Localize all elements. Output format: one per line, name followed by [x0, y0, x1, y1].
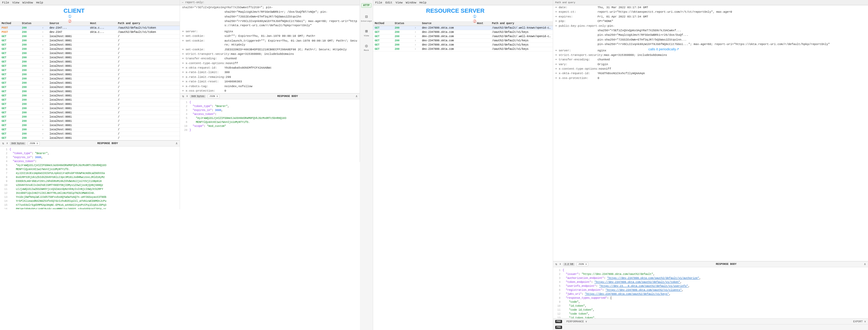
- path-cell: /: [117, 47, 180, 51]
- header-server: + server: nginx: [180, 29, 360, 34]
- table-row[interactable]: GET 200 ↑ dev-2347899.okta.com /oauth2/d…: [373, 34, 553, 39]
- middle-download-icon[interactable]: ⬇: [186, 94, 188, 98]
- menu-help-r[interactable]: Help: [420, 1, 426, 4]
- menu-help[interactable]: Help: [36, 1, 43, 4]
- table-row[interactable]: GET200↑localhost:8081/: [0, 68, 180, 72]
- table-row[interactable]: GET200↑localhost:8081/: [0, 111, 180, 115]
- menu-window-r[interactable]: Window: [406, 1, 416, 4]
- path-cell: /oauth2/default/v1/keys: [490, 39, 553, 43]
- menu-view[interactable]: View: [12, 1, 19, 4]
- table-row[interactable]: GET200↑localhost:8081/: [0, 132, 180, 136]
- table-row[interactable]: GET200↑localhost:8081/: [0, 85, 180, 90]
- table-row[interactable]: GET200↑localhost:8081/: [0, 94, 180, 98]
- table-row[interactable]: GET200↑localhost:8081/: [0, 39, 180, 43]
- mock-icon: ◎: [365, 43, 368, 49]
- menu-file-r[interactable]: File: [375, 1, 382, 4]
- source-cell: localhost:8081: [48, 64, 88, 68]
- middle-expand-icon[interactable]: ⇅: [182, 94, 184, 98]
- table-row[interactable]: GET200↑localhost:8081/: [0, 64, 180, 68]
- table-row[interactable]: GET 200 ↑ dev-2347899.okta.com /oauth2/d…: [373, 30, 553, 34]
- method-cell: GET: [0, 111, 20, 115]
- detail-pkpr-val4: pin-sha256="rrV6CLCCvqnk89yWibYT8JG6fNQ8…: [553, 42, 868, 47]
- resource-download-icon[interactable]: ⬇: [559, 262, 561, 266]
- table-row[interactable]: GET200↑localhost:8081/: [0, 81, 180, 85]
- expand-icon[interactable]: ⇅: [2, 142, 4, 145]
- method-cell: GET: [0, 94, 20, 98]
- table-row[interactable]: GET200↑localhost:8081/: [0, 128, 180, 132]
- detail-xori-r: + x-okta-request-id: YKUdTkBsoN1CkxhcfIl…: [553, 71, 868, 76]
- col-host: Host: [88, 21, 116, 26]
- detail-date: + date: Thu, 31 Mar 2022 03:17:34 GMT: [553, 5, 868, 10]
- resource-response-body-label: RESPONSE BODY: [716, 263, 737, 266]
- resource-format-selector[interactable]: JSON ∨: [577, 262, 588, 266]
- col-source-arrow: [40, 21, 48, 26]
- arrow-cell: ↑: [40, 98, 48, 102]
- col-status: Status: [20, 21, 41, 26]
- resource-response-size: 2.2 kB: [563, 263, 574, 266]
- table-row[interactable]: GET200↑localhost:8081/: [0, 60, 180, 64]
- method-cell: GET: [0, 51, 20, 56]
- collapse-icon[interactable]: ∧: [176, 142, 178, 145]
- table-row[interactable]: GET200↑localhost:8081/: [0, 119, 180, 123]
- arrow-cell: ↑: [413, 47, 420, 51]
- detail-expires: + expires: Fri, 01 Apr 2022 03:17:34 GMT: [553, 14, 868, 19]
- left-request-table-container: Method Status Source Host Path and query…: [0, 21, 180, 140]
- table-row[interactable]: GET 200 ↑ dev-2347899.okta.com /oauth2/d…: [373, 39, 553, 43]
- arrow-cell: ↑: [40, 68, 48, 72]
- path-cell: /: [117, 136, 180, 140]
- table-row[interactable]: POST 200 ↑ dev-2347... okta.c... /oauth2…: [0, 26, 180, 30]
- table-row[interactable]: GET200↑localhost:8081/: [0, 136, 180, 140]
- table-row[interactable]: GET200↑localhost:8081/: [0, 47, 180, 51]
- left-response-body: 1{ 2 "token_type": "Bearer", 3 "expires_…: [0, 146, 180, 209]
- view-icon: ⊞: [365, 29, 368, 34]
- method-cell: GET: [0, 56, 20, 60]
- mock-btn[interactable]: ◎ Mock: [363, 42, 370, 53]
- table-row[interactable]: GET200↑localhost:8081/: [0, 123, 180, 128]
- source-cell: localhost:8081: [48, 39, 88, 43]
- host-cell: [88, 60, 116, 64]
- middle-collapse-icon[interactable]: ∧: [356, 94, 358, 98]
- table-row[interactable]: GET200↑localhost:8081/: [0, 98, 180, 102]
- arrow-cell: ↑: [40, 111, 48, 115]
- resource-response-body: 1{ 2 "issuer": "https://dev-2347899.okta…: [553, 267, 868, 318]
- method-cell: GET: [0, 123, 20, 128]
- table-row[interactable]: GET200↑localhost:8081/: [0, 90, 180, 94]
- format-selector[interactable]: JSON ∨: [28, 142, 39, 145]
- method-cell: GET: [0, 34, 20, 39]
- method-cell: GET: [0, 77, 20, 81]
- table-row[interactable]: GET200↑localhost:8081/: [0, 115, 180, 119]
- view-btn[interactable]: ⊞ View: [363, 28, 370, 38]
- status-cell: 200: [20, 77, 41, 81]
- menu-file[interactable]: File: [2, 1, 9, 4]
- table-row[interactable]: POST 200 ↑ dev-2347 okta.c... /oauth2/de…: [0, 30, 180, 34]
- table-row[interactable]: GET200↑localhost:8081/: [0, 34, 180, 39]
- table-row[interactable]: GET200↑localhost:8081/: [0, 77, 180, 81]
- table-row[interactable]: GET200↑localhost:8081/: [0, 56, 180, 60]
- export-label[interactable]: EXPORT ∨: [853, 320, 866, 323]
- middle-format-selector[interactable]: JSON ∨: [208, 94, 219, 98]
- table-row[interactable]: GET200↑localhost:8081/: [0, 102, 180, 107]
- table-row[interactable]: GET200↑localhost:8081/: [0, 72, 180, 77]
- http-icon-btn[interactable]: HTTP: [360, 2, 372, 9]
- table-row[interactable]: GET 200 ↑ dev-2347899.okta.com /oauth2/d…: [373, 26, 553, 30]
- intercept-btn[interactable]: ⊡ Intercept: [360, 13, 373, 23]
- table-row[interactable]: GET200↑localhost:8081/: [0, 107, 180, 111]
- menu-view-r[interactable]: View: [396, 1, 403, 4]
- host-cell: [88, 56, 116, 60]
- table-row[interactable]: GET200↑localhost:8081/: [0, 43, 180, 47]
- col-method-r: Method: [373, 21, 393, 26]
- detail-xxss-r: + x-xss-protection: 0: [553, 76, 868, 81]
- performance-label[interactable]: PERFORMANCE ∨: [566, 320, 587, 323]
- resource-expand-icon[interactable]: ⇅: [555, 262, 557, 266]
- download-icon[interactable]: ⬇: [6, 142, 8, 145]
- resource-collapse-icon[interactable]: ∧: [864, 262, 866, 266]
- status-cell: 200: [20, 128, 41, 132]
- table-row[interactable]: GET 200 ↑ dev-2347899.okta.com /oauth2/d…: [373, 47, 553, 51]
- menu-window[interactable]: Window: [23, 1, 33, 4]
- resource-detail-panel: Path and query + date: Thu, 31 Mar 2022 …: [553, 0, 868, 330]
- source-cell: localhost:8081: [48, 98, 88, 102]
- menu-edit-r[interactable]: Edit: [385, 1, 392, 4]
- table-row[interactable]: GET 200 ↑ dev-2347899.okta.com /oauth2/d…: [373, 43, 553, 47]
- table-row[interactable]: GET200↑localhost:8081/: [0, 51, 180, 56]
- host-cell: [88, 90, 116, 94]
